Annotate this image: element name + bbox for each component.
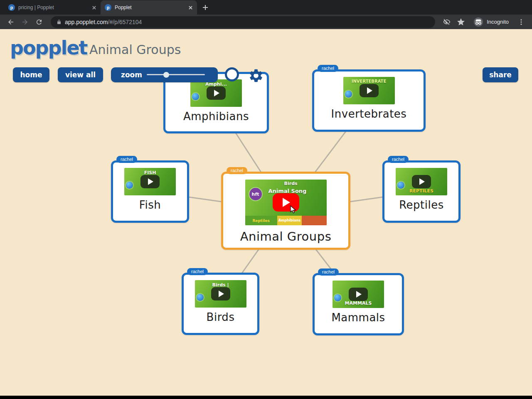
node-fish[interactable]: rachel FISH Fish <box>111 160 189 223</box>
url-text: app.popplet.com/#/p/6572104 <box>65 19 142 25</box>
channel-badge: hft <box>249 188 262 200</box>
home-button[interactable]: home <box>13 67 49 82</box>
play-icon <box>148 178 153 185</box>
play-icon <box>367 87 372 94</box>
share-button[interactable]: share <box>483 67 518 82</box>
node-label: Fish <box>113 199 187 211</box>
popplet-favicon: p <box>105 4 111 11</box>
author-tag: rachel <box>318 65 338 72</box>
happy-learning-logo <box>126 182 133 189</box>
play-button[interactable] <box>412 175 431 188</box>
author-tag: rachel <box>187 268 208 275</box>
tab-title: pricing | Popplet <box>18 5 87 10</box>
thumbnail-caption-top: Birds <box>284 181 298 186</box>
thumbnail-caption: REPTILES <box>409 188 433 194</box>
mouse-cursor-icon <box>290 205 297 214</box>
play-icon <box>283 198 290 207</box>
node-label: Reptiles <box>384 199 458 211</box>
thumbnail-collage-strip: Reptiles Amphibians <box>245 216 327 225</box>
board-title: Animal Groups <box>89 42 181 57</box>
play-button[interactable] <box>360 84 379 97</box>
video-thumbnail[interactable]: MAMMALS <box>332 281 384 308</box>
browser-toolbar: app.popplet.com/#/p/6572104 Incognito <box>0 15 532 29</box>
url-domain: app.popplet.com <box>65 19 108 25</box>
eye-off-icon[interactable] <box>441 16 453 28</box>
happy-learning-logo <box>334 294 341 301</box>
tab-popplet[interactable]: p Popplet <box>101 0 197 15</box>
popplet-favicon: p <box>8 4 15 11</box>
author-tag: rachel <box>318 268 339 276</box>
back-button[interactable] <box>5 16 17 28</box>
happy-learning-logo <box>192 93 199 100</box>
play-icon <box>214 90 219 96</box>
node-birds[interactable]: rachel Birds | Birds <box>182 273 259 335</box>
node-invertebrates[interactable]: rachel INVERTEBRATE Invertebrates <box>312 69 426 132</box>
minimap-toggle-button[interactable] <box>225 67 239 81</box>
author-tag: rachel <box>116 156 137 163</box>
reload-button[interactable] <box>33 16 45 28</box>
play-button[interactable] <box>211 287 230 300</box>
video-thumbnail[interactable]: REPTILES <box>396 168 447 195</box>
play-icon <box>219 291 224 297</box>
play-icon <box>356 291 362 298</box>
node-reptiles[interactable]: rachel REPTILES Reptiles <box>382 160 461 223</box>
happy-learning-logo <box>345 91 352 98</box>
popplet-canvas[interactable]: popplet Animal Groups home view all zoom… <box>0 29 532 396</box>
address-bar[interactable]: app.popplet.com/#/p/6572104 <box>51 16 435 28</box>
node-label: Birds <box>184 311 257 323</box>
play-icon <box>419 178 425 185</box>
forward-button[interactable] <box>19 16 31 28</box>
node-label: Mammals <box>315 311 402 324</box>
thumbnail-caption: INVERTEBRATE <box>352 79 387 84</box>
zoom-slider-track[interactable] <box>147 74 205 75</box>
close-tab-icon[interactable] <box>187 4 194 11</box>
video-thumbnail[interactable]: Amphi... <box>190 79 242 107</box>
incognito-label: Incognito <box>487 19 509 25</box>
node-label: Animal Groups <box>223 229 348 244</box>
popplet-logo[interactable]: popplet <box>10 37 87 59</box>
tab-strip: p pricing | Popplet p Popplet <box>0 0 532 15</box>
video-thumbnail[interactable]: Birds | <box>195 280 246 308</box>
node-label: Invertebrates <box>314 108 424 120</box>
collage-tile-amphibians: Amphibians <box>277 216 302 225</box>
tab-title: Popplet <box>115 5 184 10</box>
node-animal-groups-center[interactable]: rachel Birds Animal Song hft Reptiles Am… <box>221 172 350 250</box>
collage-tile-reptiles: Reptiles <box>245 216 277 225</box>
incognito-badge: Incognito <box>469 17 513 27</box>
play-button[interactable] <box>349 288 368 301</box>
new-tab-button[interactable] <box>200 2 211 13</box>
tab-pricing[interactable]: p pricing | Popplet <box>4 0 101 15</box>
author-tag: rachel <box>388 156 409 163</box>
node-mammals[interactable]: rachel MAMMALS Mammals <box>313 273 404 335</box>
view-all-button[interactable]: view all <box>58 67 103 82</box>
video-thumbnail[interactable]: INVERTEBRATE <box>343 77 395 104</box>
lock-icon <box>57 20 62 25</box>
close-tab-icon[interactable] <box>91 4 97 11</box>
node-label: Amphibians <box>165 110 267 123</box>
thumbnail-caption: MAMMALS <box>345 300 372 306</box>
happy-learning-logo <box>397 182 404 189</box>
collage-tile <box>302 216 326 225</box>
happy-learning-logo <box>197 294 204 301</box>
incognito-icon <box>473 17 483 27</box>
zoom-label: zoom <box>121 71 142 79</box>
author-tag: rachel <box>227 167 247 174</box>
zoom-slider-knob[interactable] <box>163 72 169 78</box>
zoom-control[interactable]: zoom <box>111 67 218 82</box>
video-thumbnail[interactable]: FISH <box>124 168 176 195</box>
video-thumbnail[interactable]: Birds Animal Song hft Reptiles Amphibian… <box>245 180 327 225</box>
url-path: /#/p/6572104 <box>108 19 142 25</box>
settings-gear-icon[interactable] <box>248 68 264 84</box>
play-button[interactable] <box>207 86 226 100</box>
play-button[interactable] <box>140 175 160 188</box>
bookmark-star-icon[interactable] <box>455 16 467 28</box>
menu-dots-icon[interactable] <box>515 16 527 28</box>
